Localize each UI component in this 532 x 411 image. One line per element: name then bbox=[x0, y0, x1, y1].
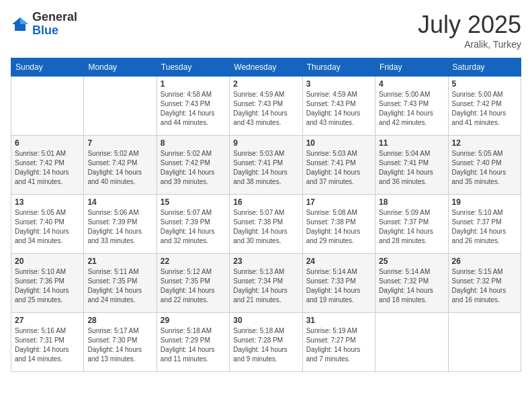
day-number: 8 bbox=[161, 138, 226, 148]
calendar-cell bbox=[11, 77, 84, 136]
calendar-cell: 28Sunrise: 5:17 AM Sunset: 7:30 PM Dayli… bbox=[84, 313, 157, 372]
calendar-cell: 23Sunrise: 5:13 AM Sunset: 7:34 PM Dayli… bbox=[230, 254, 302, 313]
day-number: 12 bbox=[452, 138, 517, 148]
header-sunday: Sunday bbox=[11, 58, 84, 77]
calendar-cell: 24Sunrise: 5:14 AM Sunset: 7:33 PM Dayli… bbox=[302, 254, 375, 313]
calendar-cell: 7Sunrise: 5:02 AM Sunset: 7:42 PM Daylig… bbox=[84, 136, 157, 195]
day-detail: Sunrise: 5:13 AM Sunset: 7:34 PM Dayligh… bbox=[233, 267, 298, 305]
calendar-cell: 6Sunrise: 5:01 AM Sunset: 7:42 PM Daylig… bbox=[11, 136, 84, 195]
calendar: Sunday Monday Tuesday Wednesday Thursday… bbox=[11, 58, 521, 372]
day-detail: Sunrise: 4:59 AM Sunset: 7:43 PM Dayligh… bbox=[306, 90, 371, 128]
header-saturday: Saturday bbox=[448, 58, 521, 77]
day-number: 17 bbox=[306, 197, 371, 207]
calendar-cell: 10Sunrise: 5:03 AM Sunset: 7:41 PM Dayli… bbox=[302, 136, 375, 195]
day-detail: Sunrise: 5:10 AM Sunset: 7:37 PM Dayligh… bbox=[452, 208, 517, 246]
calendar-cell bbox=[84, 77, 157, 136]
day-number: 27 bbox=[15, 316, 80, 325]
day-number: 24 bbox=[306, 257, 371, 266]
day-number: 20 bbox=[15, 257, 80, 266]
calendar-cell: 25Sunrise: 5:14 AM Sunset: 7:32 PM Dayli… bbox=[375, 254, 448, 313]
day-number: 2 bbox=[233, 79, 298, 89]
header-tuesday: Tuesday bbox=[157, 58, 229, 77]
day-number: 31 bbox=[306, 316, 371, 325]
svg-marker-1 bbox=[20, 17, 28, 24]
day-number: 22 bbox=[161, 257, 226, 266]
calendar-week-row: 13Sunrise: 5:05 AM Sunset: 7:40 PM Dayli… bbox=[11, 195, 521, 254]
day-number: 28 bbox=[87, 316, 152, 325]
header-monday: Monday bbox=[84, 58, 157, 77]
day-detail: Sunrise: 5:03 AM Sunset: 7:41 PM Dayligh… bbox=[233, 149, 298, 187]
day-detail: Sunrise: 5:05 AM Sunset: 7:40 PM Dayligh… bbox=[452, 149, 517, 187]
calendar-cell: 5Sunrise: 5:00 AM Sunset: 7:42 PM Daylig… bbox=[448, 77, 521, 136]
header-thursday: Thursday bbox=[302, 58, 375, 77]
day-number: 23 bbox=[233, 257, 298, 266]
calendar-cell: 1Sunrise: 4:58 AM Sunset: 7:43 PM Daylig… bbox=[157, 77, 229, 136]
calendar-cell: 29Sunrise: 5:18 AM Sunset: 7:29 PM Dayli… bbox=[157, 313, 229, 372]
day-detail: Sunrise: 5:07 AM Sunset: 7:38 PM Dayligh… bbox=[233, 208, 298, 246]
day-detail: Sunrise: 5:06 AM Sunset: 7:39 PM Dayligh… bbox=[87, 208, 152, 246]
day-number: 19 bbox=[452, 197, 517, 207]
day-number: 5 bbox=[452, 79, 517, 89]
header-friday: Friday bbox=[375, 58, 448, 77]
calendar-cell: 2Sunrise: 4:59 AM Sunset: 7:43 PM Daylig… bbox=[230, 77, 302, 136]
day-number: 7 bbox=[87, 138, 152, 148]
day-number: 1 bbox=[161, 79, 226, 89]
calendar-cell: 9Sunrise: 5:03 AM Sunset: 7:41 PM Daylig… bbox=[230, 136, 302, 195]
day-number: 3 bbox=[306, 79, 371, 89]
day-detail: Sunrise: 5:17 AM Sunset: 7:30 PM Dayligh… bbox=[87, 326, 152, 364]
calendar-cell: 8Sunrise: 5:02 AM Sunset: 7:42 PM Daylig… bbox=[157, 136, 229, 195]
calendar-cell: 27Sunrise: 5:16 AM Sunset: 7:31 PM Dayli… bbox=[11, 313, 84, 372]
day-detail: Sunrise: 5:08 AM Sunset: 7:38 PM Dayligh… bbox=[306, 208, 371, 246]
logo-blue: Blue bbox=[32, 24, 58, 37]
day-number: 11 bbox=[379, 138, 444, 148]
day-number: 15 bbox=[161, 197, 226, 207]
calendar-cell: 13Sunrise: 5:05 AM Sunset: 7:40 PM Dayli… bbox=[11, 195, 84, 254]
logo: General Blue bbox=[11, 11, 77, 38]
calendar-week-row: 1Sunrise: 4:58 AM Sunset: 7:43 PM Daylig… bbox=[11, 77, 521, 136]
day-detail: Sunrise: 5:05 AM Sunset: 7:40 PM Dayligh… bbox=[15, 208, 80, 246]
month-year: July 2025 bbox=[418, 11, 521, 39]
day-detail: Sunrise: 5:01 AM Sunset: 7:42 PM Dayligh… bbox=[15, 149, 80, 187]
day-detail: Sunrise: 5:14 AM Sunset: 7:32 PM Dayligh… bbox=[379, 267, 444, 305]
day-detail: Sunrise: 5:02 AM Sunset: 7:42 PM Dayligh… bbox=[87, 149, 152, 187]
calendar-cell: 21Sunrise: 5:11 AM Sunset: 7:35 PM Dayli… bbox=[84, 254, 157, 313]
day-number: 6 bbox=[15, 138, 80, 148]
day-number: 16 bbox=[233, 197, 298, 207]
day-number: 9 bbox=[233, 138, 298, 148]
calendar-cell bbox=[448, 313, 521, 372]
day-detail: Sunrise: 5:18 AM Sunset: 7:29 PM Dayligh… bbox=[161, 326, 226, 364]
day-detail: Sunrise: 5:03 AM Sunset: 7:41 PM Dayligh… bbox=[306, 149, 371, 187]
day-detail: Sunrise: 5:14 AM Sunset: 7:33 PM Dayligh… bbox=[306, 267, 371, 305]
day-number: 21 bbox=[87, 257, 152, 266]
calendar-cell: 30Sunrise: 5:18 AM Sunset: 7:28 PM Dayli… bbox=[230, 313, 302, 372]
day-detail: Sunrise: 4:59 AM Sunset: 7:43 PM Dayligh… bbox=[233, 90, 298, 128]
calendar-cell: 4Sunrise: 5:00 AM Sunset: 7:43 PM Daylig… bbox=[375, 77, 448, 136]
day-detail: Sunrise: 5:12 AM Sunset: 7:35 PM Dayligh… bbox=[161, 267, 226, 305]
calendar-cell: 18Sunrise: 5:09 AM Sunset: 7:37 PM Dayli… bbox=[375, 195, 448, 254]
calendar-cell: 31Sunrise: 5:19 AM Sunset: 7:27 PM Dayli… bbox=[302, 313, 375, 372]
day-detail: Sunrise: 5:19 AM Sunset: 7:27 PM Dayligh… bbox=[306, 326, 371, 364]
day-number: 4 bbox=[379, 79, 444, 89]
day-detail: Sunrise: 5:09 AM Sunset: 7:37 PM Dayligh… bbox=[379, 208, 444, 246]
calendar-cell: 16Sunrise: 5:07 AM Sunset: 7:38 PM Dayli… bbox=[230, 195, 302, 254]
calendar-week-row: 6Sunrise: 5:01 AM Sunset: 7:42 PM Daylig… bbox=[11, 136, 521, 195]
calendar-cell: 15Sunrise: 5:07 AM Sunset: 7:39 PM Dayli… bbox=[157, 195, 229, 254]
day-detail: Sunrise: 5:10 AM Sunset: 7:36 PM Dayligh… bbox=[15, 267, 80, 305]
calendar-cell: 22Sunrise: 5:12 AM Sunset: 7:35 PM Dayli… bbox=[157, 254, 229, 313]
day-detail: Sunrise: 5:04 AM Sunset: 7:41 PM Dayligh… bbox=[379, 149, 444, 187]
calendar-cell: 17Sunrise: 5:08 AM Sunset: 7:38 PM Dayli… bbox=[302, 195, 375, 254]
calendar-cell: 12Sunrise: 5:05 AM Sunset: 7:40 PM Dayli… bbox=[448, 136, 521, 195]
day-detail: Sunrise: 5:07 AM Sunset: 7:39 PM Dayligh… bbox=[161, 208, 226, 246]
calendar-week-row: 20Sunrise: 5:10 AM Sunset: 7:36 PM Dayli… bbox=[11, 254, 521, 313]
header-wednesday: Wednesday bbox=[230, 58, 302, 77]
location: Aralik, Turkey bbox=[418, 39, 521, 50]
calendar-cell: 14Sunrise: 5:06 AM Sunset: 7:39 PM Dayli… bbox=[84, 195, 157, 254]
day-detail: Sunrise: 5:18 AM Sunset: 7:28 PM Dayligh… bbox=[233, 326, 298, 364]
day-number: 26 bbox=[452, 257, 517, 266]
day-number: 13 bbox=[15, 197, 80, 207]
calendar-cell: 11Sunrise: 5:04 AM Sunset: 7:41 PM Dayli… bbox=[375, 136, 448, 195]
day-detail: Sunrise: 5:16 AM Sunset: 7:31 PM Dayligh… bbox=[15, 326, 80, 364]
calendar-cell: 3Sunrise: 4:59 AM Sunset: 7:43 PM Daylig… bbox=[302, 77, 375, 136]
logo-general: General bbox=[32, 10, 77, 24]
day-number: 14 bbox=[87, 197, 152, 207]
